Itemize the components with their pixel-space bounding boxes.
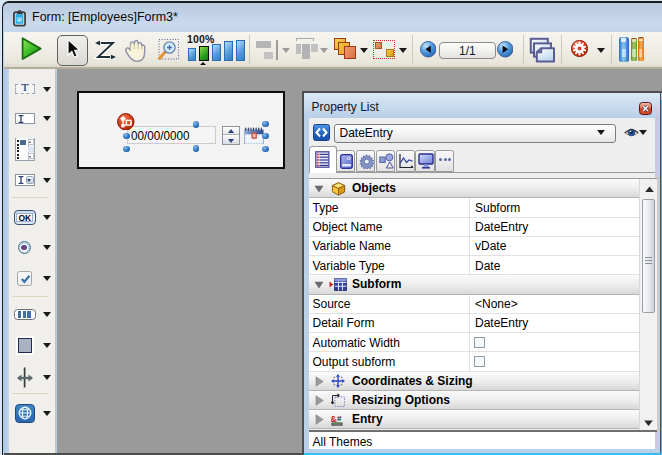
svg-text:#: # xyxy=(337,414,342,423)
